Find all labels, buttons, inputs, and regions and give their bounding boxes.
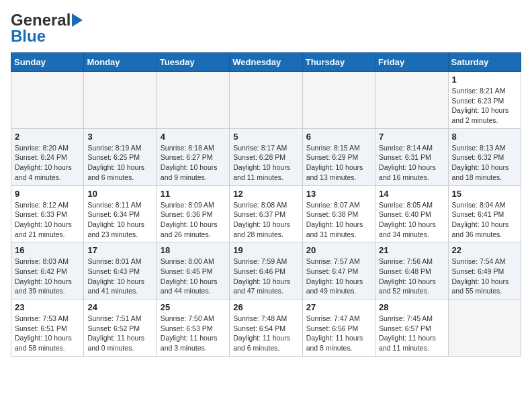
calendar-day-cell xyxy=(157,72,229,129)
weekday-header: Saturday xyxy=(448,53,521,72)
day-info: Sunrise: 8:01 AM Sunset: 6:43 PM Dayligh… xyxy=(87,257,152,296)
calendar-day-cell xyxy=(84,72,157,129)
day-info: Sunrise: 8:19 AM Sunset: 6:25 PM Dayligh… xyxy=(87,143,152,183)
calendar-day-cell: 19Sunrise: 7:59 AM Sunset: 6:46 PM Dayli… xyxy=(230,242,302,300)
day-number: 12 xyxy=(233,189,298,199)
calendar-day-cell: 2Sunrise: 8:20 AM Sunset: 6:24 PM Daylig… xyxy=(11,128,84,185)
day-info: Sunrise: 7:48 AM Sunset: 6:54 PM Dayligh… xyxy=(233,314,298,353)
day-info: Sunrise: 8:11 AM Sunset: 6:34 PM Dayligh… xyxy=(87,200,152,240)
day-info: Sunrise: 8:20 AM Sunset: 6:24 PM Dayligh… xyxy=(15,143,80,183)
calendar-day-cell: 3Sunrise: 8:19 AM Sunset: 6:25 PM Daylig… xyxy=(84,128,157,185)
weekday-header: Tuesday xyxy=(157,53,229,72)
calendar-week-row: 1Sunrise: 8:21 AM Sunset: 6:23 PM Daylig… xyxy=(11,72,521,129)
day-info: Sunrise: 7:51 AM Sunset: 6:52 PM Dayligh… xyxy=(87,314,152,353)
day-info: Sunrise: 8:13 AM Sunset: 6:32 PM Dayligh… xyxy=(452,143,517,183)
day-info: Sunrise: 8:05 AM Sunset: 6:40 PM Dayligh… xyxy=(379,200,444,240)
calendar-week-row: 9Sunrise: 8:12 AM Sunset: 6:33 PM Daylig… xyxy=(11,185,521,242)
day-info: Sunrise: 8:12 AM Sunset: 6:33 PM Dayligh… xyxy=(15,200,80,240)
day-info: Sunrise: 8:14 AM Sunset: 6:31 PM Dayligh… xyxy=(379,143,444,183)
day-info: Sunrise: 8:09 AM Sunset: 6:36 PM Dayligh… xyxy=(161,200,226,240)
calendar-header-row: SundayMondayTuesdayWednesdayThursdayFrid… xyxy=(11,53,521,72)
calendar-day-cell: 8Sunrise: 8:13 AM Sunset: 6:32 PM Daylig… xyxy=(448,128,521,185)
calendar-day-cell: 24Sunrise: 7:51 AM Sunset: 6:52 PM Dayli… xyxy=(84,300,157,357)
day-info: Sunrise: 8:15 AM Sunset: 6:29 PM Dayligh… xyxy=(306,143,371,183)
calendar-day-cell: 13Sunrise: 8:07 AM Sunset: 6:38 PM Dayli… xyxy=(302,185,375,242)
calendar-day-cell: 16Sunrise: 8:03 AM Sunset: 6:42 PM Dayli… xyxy=(11,242,84,300)
calendar-day-cell: 17Sunrise: 8:01 AM Sunset: 6:43 PM Dayli… xyxy=(84,242,157,300)
logo: General Blue xyxy=(11,11,83,46)
day-number: 5 xyxy=(233,132,298,142)
day-number: 14 xyxy=(379,189,444,199)
day-number: 27 xyxy=(306,302,371,312)
calendar-day-cell xyxy=(448,300,521,357)
day-info: Sunrise: 8:17 AM Sunset: 6:28 PM Dayligh… xyxy=(233,143,298,183)
day-info: Sunrise: 8:04 AM Sunset: 6:41 PM Dayligh… xyxy=(452,200,517,240)
calendar-day-cell: 7Sunrise: 8:14 AM Sunset: 6:31 PM Daylig… xyxy=(375,128,448,185)
day-number: 23 xyxy=(15,302,80,312)
weekday-header: Friday xyxy=(375,53,448,72)
day-number: 8 xyxy=(452,132,517,142)
day-info: Sunrise: 8:00 AM Sunset: 6:45 PM Dayligh… xyxy=(161,257,226,296)
calendar-day-cell: 9Sunrise: 8:12 AM Sunset: 6:33 PM Daylig… xyxy=(11,185,84,242)
day-number: 2 xyxy=(15,132,80,142)
calendar-day-cell: 18Sunrise: 8:00 AM Sunset: 6:45 PM Dayli… xyxy=(157,242,229,300)
day-number: 13 xyxy=(306,189,371,199)
day-number: 25 xyxy=(161,302,226,312)
calendar-table: SundayMondayTuesdayWednesdayThursdayFrid… xyxy=(11,52,521,357)
day-info: Sunrise: 7:47 AM Sunset: 6:56 PM Dayligh… xyxy=(306,314,371,353)
day-number: 26 xyxy=(233,302,298,312)
day-number: 6 xyxy=(306,132,371,142)
calendar-day-cell xyxy=(375,72,448,129)
day-info: Sunrise: 7:56 AM Sunset: 6:48 PM Dayligh… xyxy=(379,257,444,296)
day-info: Sunrise: 8:21 AM Sunset: 6:23 PM Dayligh… xyxy=(452,86,517,126)
day-info: Sunrise: 8:07 AM Sunset: 6:38 PM Dayligh… xyxy=(306,200,371,240)
day-number: 15 xyxy=(452,189,517,199)
day-number: 22 xyxy=(452,245,517,255)
day-number: 7 xyxy=(379,132,444,142)
day-info: Sunrise: 7:57 AM Sunset: 6:47 PM Dayligh… xyxy=(306,257,371,296)
calendar-day-cell: 6Sunrise: 8:15 AM Sunset: 6:29 PM Daylig… xyxy=(302,128,375,185)
day-number: 3 xyxy=(87,132,152,142)
day-info: Sunrise: 8:08 AM Sunset: 6:37 PM Dayligh… xyxy=(233,200,298,240)
calendar-week-row: 16Sunrise: 8:03 AM Sunset: 6:42 PM Dayli… xyxy=(11,242,521,300)
day-info: Sunrise: 7:53 AM Sunset: 6:51 PM Dayligh… xyxy=(15,314,80,353)
calendar-week-row: 2Sunrise: 8:20 AM Sunset: 6:24 PM Daylig… xyxy=(11,128,521,185)
day-number: 18 xyxy=(161,245,226,255)
day-info: Sunrise: 7:59 AM Sunset: 6:46 PM Dayligh… xyxy=(233,257,298,296)
calendar-day-cell: 4Sunrise: 8:18 AM Sunset: 6:27 PM Daylig… xyxy=(157,128,229,185)
calendar-day-cell: 27Sunrise: 7:47 AM Sunset: 6:56 PM Dayli… xyxy=(302,300,375,357)
weekday-header: Wednesday xyxy=(230,53,302,72)
calendar-day-cell: 11Sunrise: 8:09 AM Sunset: 6:36 PM Dayli… xyxy=(157,185,229,242)
calendar-day-cell: 5Sunrise: 8:17 AM Sunset: 6:28 PM Daylig… xyxy=(230,128,302,185)
day-number: 10 xyxy=(87,189,152,199)
calendar-day-cell: 22Sunrise: 7:54 AM Sunset: 6:49 PM Dayli… xyxy=(448,242,521,300)
calendar-day-cell: 15Sunrise: 8:04 AM Sunset: 6:41 PM Dayli… xyxy=(448,185,521,242)
day-info: Sunrise: 7:54 AM Sunset: 6:49 PM Dayligh… xyxy=(452,257,517,296)
calendar-week-row: 23Sunrise: 7:53 AM Sunset: 6:51 PM Dayli… xyxy=(11,300,521,357)
day-number: 17 xyxy=(87,245,152,255)
day-number: 28 xyxy=(379,302,444,312)
calendar-day-cell xyxy=(11,72,84,129)
calendar-day-cell: 23Sunrise: 7:53 AM Sunset: 6:51 PM Dayli… xyxy=(11,300,84,357)
calendar-day-cell: 26Sunrise: 7:48 AM Sunset: 6:54 PM Dayli… xyxy=(230,300,302,357)
logo-blue: Blue xyxy=(11,27,46,46)
day-info: Sunrise: 7:45 AM Sunset: 6:57 PM Dayligh… xyxy=(379,314,444,353)
weekday-header: Thursday xyxy=(302,53,375,72)
day-number: 1 xyxy=(452,75,517,85)
day-number: 21 xyxy=(379,245,444,255)
day-number: 19 xyxy=(233,245,298,255)
day-info: Sunrise: 8:18 AM Sunset: 6:27 PM Dayligh… xyxy=(161,143,226,183)
page-header: General Blue xyxy=(11,11,521,46)
calendar-day-cell: 21Sunrise: 7:56 AM Sunset: 6:48 PM Dayli… xyxy=(375,242,448,300)
calendar-day-cell: 20Sunrise: 7:57 AM Sunset: 6:47 PM Dayli… xyxy=(302,242,375,300)
day-number: 11 xyxy=(161,189,226,199)
day-number: 16 xyxy=(15,245,80,255)
calendar-day-cell: 1Sunrise: 8:21 AM Sunset: 6:23 PM Daylig… xyxy=(448,72,521,129)
day-number: 20 xyxy=(306,245,371,255)
calendar-day-cell: 28Sunrise: 7:45 AM Sunset: 6:57 PM Dayli… xyxy=(375,300,448,357)
day-number: 4 xyxy=(161,132,226,142)
calendar-day-cell xyxy=(302,72,375,129)
day-info: Sunrise: 7:50 AM Sunset: 6:53 PM Dayligh… xyxy=(161,314,226,353)
calendar-day-cell: 12Sunrise: 8:08 AM Sunset: 6:37 PM Dayli… xyxy=(230,185,302,242)
calendar-day-cell: 10Sunrise: 8:11 AM Sunset: 6:34 PM Dayli… xyxy=(84,185,157,242)
